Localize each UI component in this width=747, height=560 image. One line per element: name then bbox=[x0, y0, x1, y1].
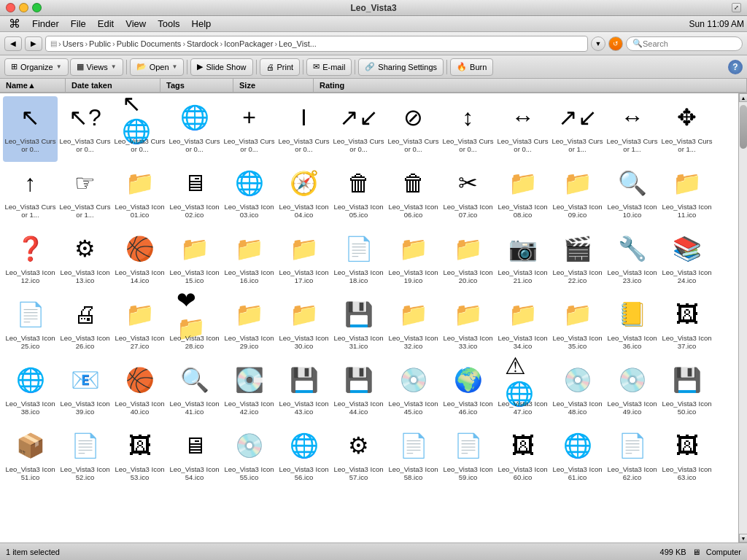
file-item[interactable]: 🌐Leo_Vista3 Icon 56.ico bbox=[276, 424, 331, 490]
file-item[interactable]: ↖Leo_Vista3 Cursor 0... bbox=[3, 96, 58, 162]
file-item[interactable]: ❓Leo_Vista3 Icon 12.ico bbox=[3, 228, 58, 293]
email-button[interactable]: ✉ E-mail bbox=[306, 58, 352, 76]
file-item[interactable]: 📁Leo_Vista3 Icon 09.ico bbox=[550, 162, 605, 228]
file-item[interactable]: ↗↙Leo_Vista3 Cursor 0... bbox=[331, 96, 386, 162]
file-item[interactable]: 💿Leo_Vista3 Icon 55.ico bbox=[222, 424, 276, 490]
file-item[interactable]: 📄Leo_Vista3 Icon 59.ico bbox=[441, 424, 495, 490]
file-item[interactable]: 📁Leo_Vista3 Icon 35.ico bbox=[550, 293, 605, 359]
file-item[interactable]: 🎬Leo_Vista3 Icon 22.ico bbox=[550, 228, 605, 293]
scroll-up-button[interactable]: ▲ bbox=[739, 93, 747, 102]
file-item[interactable]: 🖨Leo_Vista3 Icon 26.ico bbox=[58, 293, 112, 359]
file-item[interactable]: 📁Leo_Vista3 Icon 20.ico bbox=[441, 228, 495, 293]
file-item[interactable]: 🖼Leo_Vista3 Icon 37.ico bbox=[659, 293, 714, 359]
menu-help[interactable]: Help bbox=[186, 17, 217, 31]
open-button[interactable]: 📂 Open ▼ bbox=[130, 58, 185, 76]
file-item[interactable]: 📷Leo_Vista3 Icon 21.ico bbox=[495, 228, 550, 293]
file-item[interactable]: ↗↙Leo_Vista3 Cursor 1... bbox=[550, 96, 605, 162]
file-item[interactable]: 🖼Leo_Vista3 Icon 53.ico bbox=[112, 424, 167, 490]
scrollbar[interactable]: ▲ ▼ bbox=[738, 93, 747, 542]
file-item[interactable]: 📄Leo_Vista3 Icon 62.ico bbox=[605, 424, 659, 490]
file-item[interactable]: 🌐Leo_Vista3 Icon 61.ico bbox=[550, 424, 605, 490]
file-item[interactable]: 📁Leo_Vista3 Icon 30.ico bbox=[276, 293, 331, 359]
file-item[interactable]: 📧Leo_Vista3 Icon 39.ico bbox=[58, 359, 112, 424]
file-item[interactable]: 📁Leo_Vista3 Icon 15.ico bbox=[167, 228, 222, 293]
views-button[interactable]: ▦ Views ▼ bbox=[70, 58, 123, 76]
file-item[interactable]: 📁Leo_Vista3 Icon 19.ico bbox=[386, 228, 441, 293]
file-item[interactable]: ↕Leo_Vista3 Cursor 0... bbox=[441, 96, 495, 162]
file-item[interactable]: 🌐Leo_Vista3 Cursor 0... bbox=[167, 96, 222, 162]
file-item[interactable]: ⚙Leo_Vista3 Icon 57.ico bbox=[331, 424, 386, 490]
file-item[interactable]: ⚙Leo_Vista3 Icon 13.ico bbox=[58, 228, 112, 293]
burn-button[interactable]: 🔥 Burn bbox=[450, 58, 493, 76]
col-date[interactable]: Date taken bbox=[66, 79, 160, 92]
file-item[interactable]: 💿Leo_Vista3 Icon 48.ico bbox=[550, 359, 605, 424]
breadcrumb-iconpackager[interactable]: IconPackager bbox=[224, 39, 273, 48]
file-item[interactable]: 📄Leo_Vista3 Icon 58.ico bbox=[386, 424, 441, 490]
file-item[interactable]: 📁Leo_Vista3 Icon 33.ico bbox=[441, 293, 495, 359]
close-button[interactable] bbox=[6, 3, 15, 12]
file-item[interactable]: 💾Leo_Vista3 Icon 44.ico bbox=[331, 359, 386, 424]
file-item[interactable]: 🗑Leo_Vista3 Icon 06.ico bbox=[386, 162, 441, 228]
scrollbar-thumb[interactable] bbox=[740, 105, 747, 149]
menu-edit[interactable]: Edit bbox=[92, 17, 120, 31]
file-item[interactable]: 📒Leo_Vista3 Icon 36.ico bbox=[605, 293, 659, 359]
back-button[interactable]: ◀ bbox=[4, 36, 22, 51]
scrollbar-track[interactable] bbox=[739, 102, 747, 534]
help-button[interactable]: ? bbox=[728, 60, 743, 74]
file-item[interactable]: 💿Leo_Vista3 Icon 49.ico bbox=[605, 359, 659, 424]
file-item[interactable]: 📁Leo_Vista3 Icon 16.ico bbox=[222, 228, 276, 293]
col-tags[interactable]: Tags bbox=[160, 79, 233, 92]
file-item[interactable]: 📄Leo_Vista3 Icon 18.ico bbox=[331, 228, 386, 293]
file-item[interactable]: 📄Leo_Vista3 Icon 25.ico bbox=[3, 293, 58, 359]
file-item[interactable]: 📄Leo_Vista3 Icon 52.ico bbox=[58, 424, 112, 490]
file-item[interactable]: 🖥Leo_Vista3 Icon 54.ico bbox=[167, 424, 222, 490]
file-item[interactable]: ILeo_Vista3 Cursor 0... bbox=[276, 96, 331, 162]
col-size[interactable]: Size bbox=[233, 79, 314, 92]
file-item[interactable]: 🔍Leo_Vista3 Icon 41.ico bbox=[167, 359, 222, 424]
file-item[interactable]: 📁Leo_Vista3 Icon 29.ico bbox=[222, 293, 276, 359]
file-item[interactable]: ↖🌐Leo_Vista3 Cursor 0... bbox=[112, 96, 167, 162]
file-item[interactable]: 📁Leo_Vista3 Icon 11.ico bbox=[659, 162, 714, 228]
file-item[interactable]: 🌐Leo_Vista3 Icon 38.ico bbox=[3, 359, 58, 424]
file-item[interactable]: ✥Leo_Vista3 Cursor 1... bbox=[659, 96, 714, 162]
file-item[interactable]: ⚠🌐Leo_Vista3 Icon 47.ico bbox=[495, 359, 550, 424]
menu-file[interactable]: File bbox=[65, 17, 92, 31]
file-item[interactable]: 🔍Leo_Vista3 Icon 10.ico bbox=[605, 162, 659, 228]
file-item[interactable]: ❤📁Leo_Vista3 Icon 28.ico bbox=[167, 293, 222, 359]
breadcrumb-leo[interactable]: Leo_Vist... bbox=[279, 39, 317, 48]
file-item[interactable]: ↔Leo_Vista3 Cursor 1... bbox=[605, 96, 659, 162]
file-item[interactable]: 📁Leo_Vista3 Icon 32.ico bbox=[386, 293, 441, 359]
file-item[interactable]: +Leo_Vista3 Cursor 0... bbox=[222, 96, 276, 162]
file-item[interactable]: 📚Leo_Vista3 Icon 24.ico bbox=[659, 228, 714, 293]
nav-refresh-button[interactable]: ↺ bbox=[608, 36, 623, 51]
file-item[interactable]: 💿Leo_Vista3 Icon 45.ico bbox=[386, 359, 441, 424]
file-item[interactable]: ☞Leo_Vista3 Cursor 1... bbox=[58, 162, 112, 228]
nav-dropdown-button[interactable]: ▼ bbox=[591, 36, 605, 51]
file-item[interactable]: 📦Leo_Vista3 Icon 51.ico bbox=[3, 424, 58, 490]
resize-button[interactable]: ⤢ bbox=[732, 3, 741, 12]
file-item[interactable]: 🔧Leo_Vista3 Icon 23.ico bbox=[605, 228, 659, 293]
breadcrumb-stardock[interactable]: Stardock bbox=[187, 39, 218, 48]
slideshow-button[interactable]: ▶ Slide Show bbox=[190, 58, 252, 76]
file-item[interactable]: 📁Leo_Vista3 Icon 17.ico bbox=[276, 228, 331, 293]
search-input[interactable] bbox=[643, 39, 716, 48]
file-item[interactable]: 📁Leo_Vista3 Icon 34.ico bbox=[495, 293, 550, 359]
col-name[interactable]: Name ▲ bbox=[0, 79, 66, 92]
forward-button[interactable]: ▶ bbox=[25, 36, 42, 51]
file-item[interactable]: ↑Leo_Vista3 Cursor 1... bbox=[3, 162, 58, 228]
file-item[interactable]: 🧭Leo_Vista3 Icon 04.ico bbox=[276, 162, 331, 228]
file-grid[interactable]: ↖Leo_Vista3 Cursor 0...↖?Leo_Vista3 Curs… bbox=[0, 93, 738, 542]
file-item[interactable]: 🌐Leo_Vista3 Icon 03.ico bbox=[222, 162, 276, 228]
file-item[interactable]: 🗑Leo_Vista3 Icon 05.ico bbox=[331, 162, 386, 228]
apple-menu[interactable]: ⌘ bbox=[3, 15, 26, 32]
file-item[interactable]: 📁Leo_Vista3 Icon 01.ico bbox=[112, 162, 167, 228]
col-rating[interactable]: Rating bbox=[314, 79, 747, 92]
menu-finder[interactable]: Finder bbox=[26, 17, 65, 31]
file-item[interactable]: 🏀Leo_Vista3 Icon 14.ico bbox=[112, 228, 167, 293]
file-item[interactable]: 🖥Leo_Vista3 Icon 02.ico bbox=[167, 162, 222, 228]
print-button[interactable]: 🖨 Print bbox=[260, 58, 301, 76]
organize-button[interactable]: ⊞ Organize ▼ bbox=[4, 58, 69, 76]
scroll-down-button[interactable]: ▼ bbox=[739, 534, 747, 542]
breadcrumb-public[interactable]: Public bbox=[89, 39, 111, 48]
file-item[interactable]: 🖼Leo_Vista3 Icon 63.ico bbox=[659, 424, 714, 490]
